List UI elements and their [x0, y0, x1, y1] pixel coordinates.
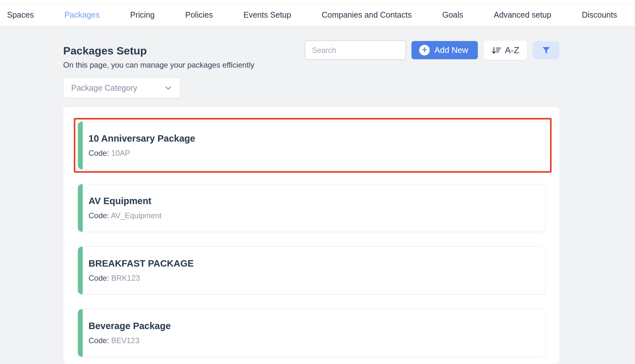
green-accent-bar: [78, 184, 83, 232]
package-code-line: Code: 10AP: [89, 148, 546, 158]
add-new-button[interactable]: + Add New: [411, 41, 478, 59]
nav-item-discounts[interactable]: Discounts: [582, 10, 617, 20]
green-accent-bar: [78, 309, 83, 357]
plus-circle-icon: +: [419, 45, 430, 55]
nav-item-pricing[interactable]: Pricing: [130, 10, 155, 20]
add-new-label: Add New: [434, 45, 468, 55]
packages-list-container: 10 Anniversary Package Code: 10AP AV Equ…: [63, 107, 559, 364]
funnel-icon: [542, 46, 550, 54]
nav-item-events-setup[interactable]: Events Setup: [243, 10, 291, 20]
page-title: Packages Setup: [63, 44, 254, 57]
package-name: BREAKFAST PACKAGE: [89, 258, 546, 269]
toolbar: + Add New A-Z: [305, 40, 559, 60]
page-header-row: Packages Setup On this page, you can man…: [63, 40, 559, 70]
code-label: Code:: [89, 211, 109, 220]
code-value: AV_Equipment: [111, 211, 161, 220]
package-card[interactable]: 10 Anniversary Package Code: 10AP: [78, 121, 546, 170]
title-block: Packages Setup On this page, you can man…: [63, 40, 254, 70]
green-accent-bar: [78, 122, 83, 169]
code-label: Code:: [89, 149, 109, 157]
package-code-line: Code: BRK123: [89, 273, 546, 283]
package-category-dropdown[interactable]: Package Category: [63, 78, 181, 98]
package-name: AV Equipment: [89, 195, 546, 207]
chevron-down-icon: [164, 84, 173, 92]
page-content: Packages Setup On this page, you can man…: [0, 40, 635, 364]
code-value: BEV123: [111, 336, 140, 345]
nav-item-spaces[interactable]: Spaces: [7, 10, 34, 20]
package-code-line: Code: BEV123: [89, 336, 546, 345]
code-label: Code:: [89, 336, 109, 345]
sort-az-button[interactable]: A-Z: [483, 40, 527, 60]
window-top-strip: [0, 0, 635, 4]
sort-descending-icon: [491, 45, 502, 55]
package-card[interactable]: Beverage Package Code: BEV123: [78, 309, 546, 357]
green-accent-bar: [78, 247, 83, 294]
top-navigation: SpacesPackagesPricingPoliciesEvents Setu…: [0, 4, 635, 26]
package-card[interactable]: AV Equipment Code: AV_Equipment: [78, 184, 546, 232]
search-input[interactable]: [305, 40, 406, 60]
code-value: 10AP: [111, 149, 130, 157]
code-label: Code:: [89, 274, 109, 282]
nav-item-packages[interactable]: Packages: [64, 10, 100, 20]
sort-az-label: A-Z: [505, 45, 519, 55]
package-card[interactable]: BREAKFAST PACKAGE Code: BRK123: [78, 246, 546, 294]
nav-item-policies[interactable]: Policies: [185, 10, 213, 20]
nav-item-companies-and-contacts[interactable]: Companies and Contacts: [322, 10, 412, 20]
code-value: BRK123: [111, 274, 140, 282]
nav-item-goals[interactable]: Goals: [442, 10, 463, 20]
page-subtitle: On this page, you can manage your packag…: [63, 60, 254, 70]
package-name: Beverage Package: [89, 320, 546, 332]
package-name: 10 Anniversary Package: [89, 133, 546, 144]
filter-button[interactable]: [533, 41, 559, 59]
nav-item-advanced-setup[interactable]: Advanced setup: [494, 10, 551, 20]
package-category-placeholder: Package Category: [71, 83, 137, 93]
package-code-line: Code: AV_Equipment: [89, 211, 546, 220]
